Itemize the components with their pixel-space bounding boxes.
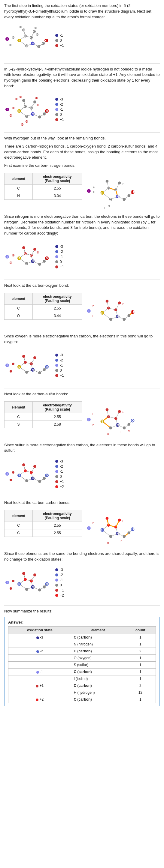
cc-th-en: electronegativity(Pauling scale) [33, 510, 82, 522]
cs-td-s-val: 2.58 [33, 421, 82, 428]
answer-td-state [8, 676, 71, 682]
answer-td-element: O (oxygen) [71, 655, 125, 662]
cc-row-c1: C 2.55 [4, 522, 82, 529]
answer-td-count: 1 [125, 662, 156, 669]
svg-point-288 [127, 531, 130, 534]
with-hydrogen-section: With hydrogen out of the way, look at th… [4, 135, 160, 275]
svg-text:I: I [7, 108, 8, 111]
legend-label-2-neg1: -1 [60, 107, 63, 112]
dot-4-neg3 [55, 353, 58, 356]
svg-text:C: C [110, 198, 112, 201]
intro-para: The first step in finding the oxidation … [4, 3, 160, 20]
co-molecule-svg: S N O I H H [86, 291, 137, 331]
svg-text:C: C [38, 45, 40, 48]
answer-td-state [8, 662, 71, 669]
svg-point-158 [33, 248, 36, 251]
li3-neg2: -2 [55, 250, 64, 254]
label-5-pos1: +1 [60, 479, 64, 484]
svg-text:O: O [131, 190, 134, 194]
svg-text:H: H [20, 26, 22, 29]
svg-text:S: S [18, 583, 20, 586]
molecule-svg-3: S N C C C H H H H I O [4, 239, 52, 278]
diagram-area-4: S N I O [4, 347, 160, 383]
answer-td-count: 1 [125, 676, 156, 682]
cs-table: element electronegativity(Pauling scale)… [4, 401, 82, 428]
li4-zero: 0 [55, 368, 64, 373]
answer-table-row: I (iodine)1 [8, 676, 156, 682]
answer-td-count: 1 [125, 655, 156, 662]
li6-zero: 0 [55, 583, 64, 587]
answer-table: oxidation state element count -3C (carbo… [8, 626, 156, 703]
answer-td-count: 1 [125, 696, 156, 703]
svg-point-200 [9, 370, 12, 373]
answer-table-row: +2C (carbon)1 [8, 696, 156, 703]
svg-text:H: H [107, 541, 109, 545]
hydrogen-para: In 5-(2-hydroxyethyl)-3,4-dimethylthiazo… [4, 67, 160, 89]
label-4-neg3: -3 [60, 353, 63, 357]
legend-label-2-zero: 0 [60, 113, 62, 117]
cn-row-c: C 2.55 [4, 185, 82, 192]
answer-td-element: S (sulfur) [71, 662, 125, 669]
svg-text:H: H [122, 302, 124, 305]
li3-neg1: -1 [55, 255, 64, 259]
legend-label-pos1: +1 [60, 43, 64, 48]
svg-text:H: H [37, 103, 39, 106]
svg-point-256 [25, 479, 28, 482]
li6-pos1: +1 [55, 588, 64, 592]
summarize-para: Now summarize the results: [4, 609, 160, 614]
divider-5 [4, 497, 160, 497]
answer-td-state: +1 [8, 682, 71, 689]
svg-text:H: H [93, 190, 95, 193]
svg-point-82 [22, 99, 25, 102]
cc-explanation-para: Since these elements are the same the bo… [4, 551, 160, 562]
label-5-neg2: -2 [60, 464, 63, 468]
svg-point-78 [38, 116, 41, 119]
svg-point-257 [12, 471, 15, 473]
cc-td-c1-val: 2.55 [33, 522, 82, 529]
cn-bonds-para: There are 3 carbon-nitrogen bonds, 1 car… [4, 144, 160, 161]
svg-point-322 [38, 588, 41, 591]
legend-3: -3 -2 -1 0 +1 [55, 244, 64, 269]
cs-two-col: element electronegativity(Pauling scale)… [4, 400, 160, 441]
co-row-c: C 2.55 [4, 304, 82, 312]
legend-item-zero: 0 [55, 38, 64, 42]
svg-point-230 [127, 423, 130, 426]
svg-point-213 [33, 356, 36, 359]
svg-text:S: S [18, 365, 20, 368]
cs-row-s: S 2.58 [4, 421, 82, 428]
co-look-para: Next look at the carbon-oxygen bond: [4, 283, 160, 288]
svg-point-224 [114, 417, 117, 420]
answer-td-state: +2 [8, 696, 71, 703]
hydrogen-section: In 5-(2-hydroxyethyl)-3,4-dimethylthiazo… [4, 67, 160, 127]
answer-td-element: C (carbon) [71, 648, 125, 655]
svg-point-229 [123, 427, 126, 430]
dot-2-neg1 [55, 108, 58, 111]
answer-table-header-row: oxidation state element count [8, 626, 156, 634]
li6-neg3: -3 [55, 568, 64, 572]
cn-td-c-elem: C [4, 185, 33, 192]
svg-point-175 [127, 314, 130, 317]
cs-th-en: electronegativity(Pauling scale) [33, 402, 82, 413]
svg-point-113 [123, 198, 126, 201]
first-examine-para: First examine the carbon-nitrogen bonds: [4, 163, 160, 168]
svg-text:H: H [120, 431, 122, 434]
dot-4-neg1 [55, 364, 58, 367]
answer-td-element: C (carbon) [71, 682, 125, 689]
legend-item-neg1: -1 [55, 33, 64, 37]
svg-point-225 [109, 427, 112, 430]
li5-pos2: +2 [55, 485, 64, 489]
co-two-col: element electronegativity(Pauling scale)… [4, 291, 160, 332]
answer-td-count: 12 [125, 689, 156, 696]
answer-td-element: N (nitrogen) [71, 641, 125, 648]
cs-th-element: element [4, 402, 33, 413]
li6-neg2: -2 [55, 573, 64, 577]
cs-section: Next look at the carbon-sulfur bonds: el… [4, 392, 160, 492]
svg-point-212 [22, 355, 25, 358]
divider-6 [4, 605, 160, 606]
co-table: element electronegativity(Pauling scale)… [4, 293, 82, 320]
svg-text:I: I [7, 364, 8, 367]
svg-point-223 [107, 415, 110, 418]
answer-table-row: -2C (carbon)2 [8, 648, 156, 655]
dot-6-neg3 [55, 568, 58, 571]
label-5-neg3: -3 [60, 459, 63, 463]
